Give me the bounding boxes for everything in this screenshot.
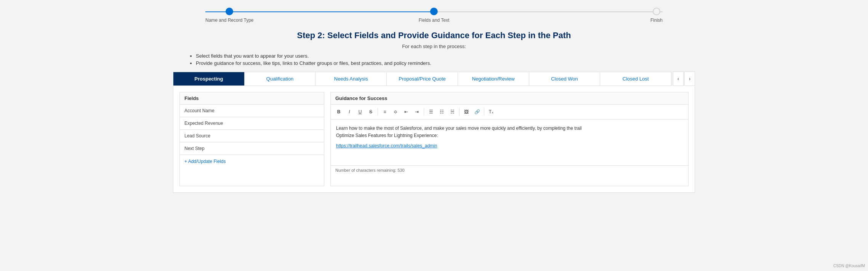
toolbar-underline[interactable]: U bbox=[355, 107, 365, 117]
tab-prev-button[interactable]: ‹ bbox=[673, 71, 684, 86]
toolbar-italic[interactable]: I bbox=[344, 107, 354, 117]
step-label-1: Name and Record Type bbox=[205, 18, 254, 23]
content-panel: Fields Account Name Expected Revenue Lea… bbox=[173, 86, 695, 193]
tab-proposal-price-quote[interactable]: Proposal/Price Quote bbox=[387, 72, 458, 85]
toolbar-indent-increase[interactable]: ⇥ bbox=[412, 107, 422, 117]
toolbar-align-left[interactable]: ☰ bbox=[426, 107, 436, 117]
instructions-list: Select fields that you want to appear fo… bbox=[196, 53, 695, 66]
guidance-panel: Guidance for Success B I U S ≡ ≎ ⇤ ⇥ ☰ ☷… bbox=[330, 92, 689, 186]
main-content: Step 2: Select Fields and Provide Guidan… bbox=[158, 27, 710, 200]
guidance-text-line2: Optimize Sales Features for Lightning Ex… bbox=[336, 133, 438, 138]
toolbar-align-center[interactable]: ☷ bbox=[437, 107, 447, 117]
tab-closed-won[interactable]: Closed Won bbox=[529, 72, 601, 85]
field-row-expected-revenue: Expected Revenue bbox=[180, 117, 324, 130]
progress-step-2: Fields and Text bbox=[419, 8, 450, 23]
guidance-toolbar: B I U S ≡ ≎ ⇤ ⇥ ☰ ☷ ☵ 🖼 🔗 Tₓ bbox=[331, 105, 688, 119]
toolbar-clear-formatting[interactable]: Tₓ bbox=[486, 107, 496, 117]
instruction-1: Select fields that you want to appear fo… bbox=[196, 53, 695, 59]
progress-wrapper: Name and Record Type Fields and Text Fin… bbox=[205, 8, 663, 23]
progress-step-1: Name and Record Type bbox=[205, 8, 254, 23]
step-circle-2 bbox=[430, 8, 438, 15]
toolbar-sep-4 bbox=[484, 108, 484, 116]
step-circle-1 bbox=[226, 8, 233, 15]
page-subtitle: For each step in the process: bbox=[173, 44, 695, 49]
toolbar-ordered-list[interactable]: ≎ bbox=[391, 107, 400, 117]
tabs-wrapper: Prospecting Qualification Needs Analysis… bbox=[173, 71, 695, 86]
instruction-2: Provide guidance for success, like tips,… bbox=[196, 60, 695, 66]
tab-next-button[interactable]: › bbox=[684, 71, 695, 86]
toolbar-sep-2 bbox=[424, 108, 424, 116]
toolbar-strikethrough[interactable]: S bbox=[366, 107, 376, 117]
toolbar-image[interactable]: 🖼 bbox=[461, 107, 471, 117]
field-row-next-step: Next Step bbox=[180, 142, 324, 155]
tab-qualification[interactable]: Qualification bbox=[245, 72, 316, 85]
fields-header: Fields bbox=[180, 92, 324, 105]
tab-negotiation-review[interactable]: Negotiation/Review bbox=[458, 72, 529, 85]
guidance-link[interactable]: https://trailhead.salesforce.com/trails/… bbox=[336, 142, 683, 150]
progress-section: Name and Record Type Fields and Text Fin… bbox=[0, 0, 868, 27]
watermark: CSDN @KousaifM bbox=[833, 264, 865, 268]
step-label-2: Fields and Text bbox=[419, 18, 450, 23]
field-row-account-name: Account Name bbox=[180, 105, 324, 117]
tab-needs-analysis[interactable]: Needs Analysis bbox=[315, 72, 387, 85]
progress-step-3: Finish bbox=[650, 8, 663, 23]
tabs-container: Prospecting Qualification Needs Analysis… bbox=[173, 72, 671, 86]
toolbar-sep-3 bbox=[459, 108, 460, 116]
guidance-text-line1: Learn how to make the most of Salesforce… bbox=[336, 126, 582, 131]
add-update-fields-link[interactable]: + Add/Update Fields bbox=[180, 155, 230, 168]
toolbar-bold[interactable]: B bbox=[334, 107, 344, 117]
guidance-header: Guidance for Success bbox=[331, 92, 688, 105]
toolbar-align-right[interactable]: ☵ bbox=[447, 107, 457, 117]
toolbar-link[interactable]: 🔗 bbox=[472, 107, 482, 117]
char-count: Number of characters remaining: 530 bbox=[331, 165, 688, 175]
tab-closed-lost[interactable]: Closed Lost bbox=[600, 72, 671, 85]
field-row-lead-source: Lead Source bbox=[180, 130, 324, 142]
step-circle-3 bbox=[653, 8, 660, 15]
tab-prospecting[interactable]: Prospecting bbox=[173, 72, 245, 85]
toolbar-sep-1 bbox=[378, 108, 378, 116]
fields-panel: Fields Account Name Expected Revenue Lea… bbox=[179, 92, 324, 186]
toolbar-indent-decrease[interactable]: ⇤ bbox=[401, 107, 411, 117]
toolbar-unordered-list[interactable]: ≡ bbox=[380, 107, 390, 117]
guidance-text-area[interactable]: Learn how to make the most of Salesforce… bbox=[331, 119, 688, 165]
page-title: Step 2: Select Fields and Provide Guidan… bbox=[173, 31, 695, 40]
step-label-3: Finish bbox=[650, 18, 663, 23]
